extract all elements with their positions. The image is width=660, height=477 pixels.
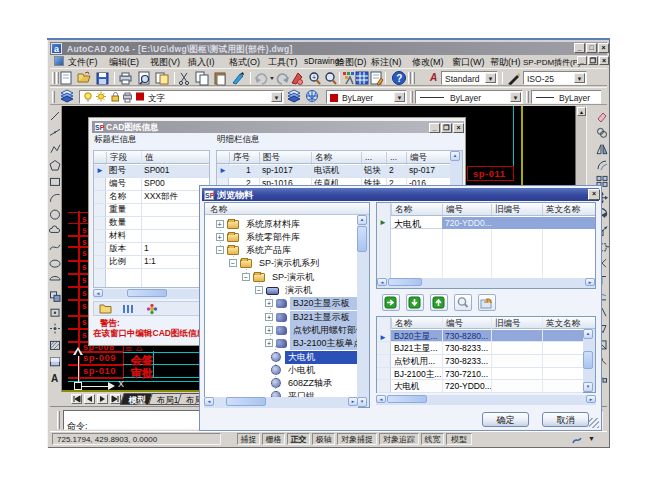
svg-text:A: A	[51, 373, 58, 384]
svg-text:+: +	[312, 74, 316, 81]
svg-text:?: ?	[396, 73, 402, 84]
